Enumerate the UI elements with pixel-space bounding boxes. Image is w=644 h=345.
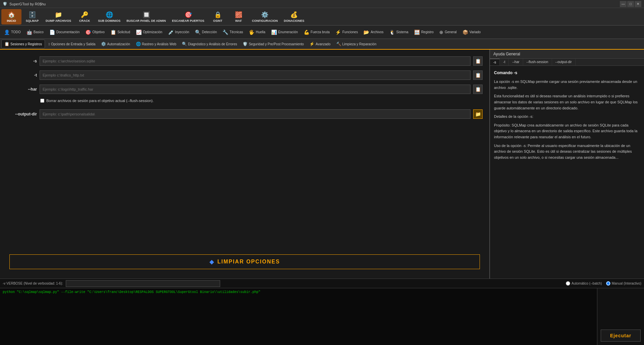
nav-dump-archivos[interactable]: 📁 DUMP ARCHIVOS: [43, 9, 74, 24]
flush-session-checkbox[interactable]: [40, 99, 44, 103]
radio-auto[interactable]: Automático (--batch): [566, 281, 602, 286]
terminal-area: python "C:\sqlmap\sqlmap.py" --file-writ…: [0, 288, 644, 345]
tab-general[interactable]: ⊕ General: [437, 27, 459, 38]
tab-registro[interactable]: 🪟 Registro: [411, 27, 436, 38]
close-button[interactable]: ✕: [635, 1, 641, 7]
nav-inicio[interactable]: 🏠 INICIO: [1, 9, 21, 24]
nav-escanear-puertos[interactable]: 🎯 ESCANEAR PUERTOS: [169, 9, 207, 24]
io-icon: ↕️: [48, 42, 50, 46]
tab-documentacion[interactable]: 📄 Documentación: [47, 27, 82, 38]
tab-optimizacion[interactable]: 📈 Optimización: [133, 27, 165, 38]
tab-deteccion[interactable]: 🔍 Detección: [192, 27, 219, 38]
help-para-4: Propósito: SQLMap crea automáticamente u…: [494, 122, 640, 140]
subtab-automatizacion[interactable]: ⚙️ Automatización: [98, 40, 133, 48]
subtab-entrada-salida[interactable]: ↕️ Opciones de Entrada y Salida: [45, 40, 98, 48]
nav-configuracion[interactable]: ⚙️ CONFIGURACION: [249, 9, 281, 24]
tab-huella[interactable]: 🖐️ Huella: [246, 27, 268, 38]
s-copy-btn[interactable]: 📋: [473, 56, 483, 66]
subtab-auto-label: Automatización: [107, 42, 130, 46]
tab-todo[interactable]: 👤 TODO: [1, 27, 23, 38]
s-input[interactable]: [40, 56, 470, 66]
help-tab-t[interactable]: -t: [500, 59, 509, 65]
tab-tecnicas[interactable]: 🔧 Técnicas: [220, 27, 246, 38]
help-panel: Ayuda General -s -t --har --flush-sessio…: [490, 50, 644, 279]
tab-basico-label: Basico: [34, 30, 44, 34]
tab-variado[interactable]: 📦 Variado: [460, 27, 484, 38]
title-bar-left: 🛡️ SuperGTool by R0$hu: [3, 2, 46, 6]
tab-detect-label: Detección: [202, 30, 217, 34]
tab-basico[interactable]: 🤖 Basico: [24, 27, 46, 38]
tab-archivos[interactable]: 📂 Archivos: [361, 27, 386, 38]
help-tab-har[interactable]: --har: [509, 59, 523, 65]
basico-icon: 🤖: [27, 30, 32, 35]
nav-osint[interactable]: 🔒 OSINT: [208, 9, 228, 24]
subtab-sec-label: Seguridad y Pre/Post Procesamiento: [249, 42, 304, 46]
nav-sub-dominios[interactable]: 🌐 SUB DOMINIOS: [95, 9, 123, 24]
waf-icon: 🧱: [235, 11, 242, 18]
radio-manual-input[interactable]: [606, 281, 610, 286]
nav-dump-label: DUMP ARCHIVOS: [46, 19, 71, 22]
help-tab-output[interactable]: --output-dir: [552, 59, 576, 65]
radio-group: Automático (--batch) Manual (Interactivo…: [566, 281, 641, 286]
output-dir-btn[interactable]: 📁: [473, 109, 483, 119]
help-tab-s[interactable]: -s: [490, 59, 500, 65]
nav-donate-label: DONACIONES: [284, 19, 304, 22]
radio-auto-input[interactable]: [566, 281, 570, 286]
nav-buscar-panel[interactable]: 🔲 BUSCAR PANEL DE ADMIN: [124, 9, 168, 24]
help-heading: Comando -s: [494, 70, 640, 76]
execute-panel: Ejecutar: [597, 288, 644, 345]
sub-tabs: 📋 Sesiones y Registros ↕️ Opciones de En…: [0, 39, 644, 50]
tab-funciones[interactable]: ⚡ Funciones: [333, 27, 360, 38]
diag-icon: 🔍: [182, 42, 187, 46]
help-tab-flush[interactable]: --flush-session: [523, 59, 552, 65]
tab-variado-label: Variado: [469, 30, 481, 34]
tab-sistema[interactable]: 🐧 Sistema: [387, 27, 411, 38]
subtab-limpieza[interactable]: 🔨 Limpieza y Reparación: [334, 40, 379, 48]
app-title: SuperGTool by R0$hu: [9, 2, 46, 6]
tab-optim-label: Optimización: [143, 30, 162, 34]
output-dir-label: --output-dir: [7, 112, 37, 116]
tab-fuerza-bruta[interactable]: 💪 Fuerza bruta: [301, 27, 333, 38]
har-input[interactable]: [40, 85, 470, 94]
execute-button[interactable]: Ejecutar: [601, 330, 641, 342]
verbose-input[interactable]: [66, 280, 220, 287]
subtab-rastreo[interactable]: 🌐 Rastreo y Análisis Web: [133, 40, 179, 48]
func-icon: ⚡: [335, 30, 341, 35]
subtab-avanzado[interactable]: ⚡ Avanzado: [307, 40, 333, 48]
output-dir-row: --output-dir 📁: [7, 109, 483, 119]
clear-label: LIMPIAR OPCIONES: [217, 259, 280, 265]
tab-archivos-label: Archivos: [370, 30, 383, 34]
home-icon: 🏠: [8, 11, 15, 18]
nav-crack[interactable]: 🔑 CRACK: [75, 9, 95, 24]
subdomain-icon: 🌐: [106, 11, 113, 18]
t-input[interactable]: [40, 70, 470, 80]
nav-waf[interactable]: 🧱 WAF: [229, 9, 249, 24]
har-copy-btn[interactable]: 📋: [473, 85, 483, 94]
subtab-seguridad[interactable]: 🛡️ Seguridad y Pre/Post Procesamiento: [240, 40, 306, 48]
app-icon: 🛡️: [3, 2, 7, 6]
adv-icon: ⚡: [309, 42, 314, 46]
subtab-sesiones[interactable]: 📋 Sesiones y Registros: [1, 40, 45, 48]
registro-icon: 🪟: [414, 30, 420, 35]
radio-manual[interactable]: Manual (Interactivo): [606, 281, 641, 286]
nav-donaciones[interactable]: 💰 DONACIONES: [281, 9, 307, 24]
t-copy-btn[interactable]: 📋: [473, 70, 483, 80]
maximize-button[interactable]: □: [627, 1, 634, 7]
title-bar: 🛡️ SuperGTool by R0$hu — □ ✕: [0, 0, 644, 8]
tab-inyeccion[interactable]: 💉 Inyección: [165, 27, 192, 38]
tab-objetivo[interactable]: 🎯 Objetivo: [83, 27, 107, 38]
tab-solicitud[interactable]: 📋 Solicitud: [108, 27, 133, 38]
t-label: -t: [7, 73, 37, 78]
subtab-diagnostico[interactable]: 🔍 Diagnóstico y Análisis de Errores: [179, 40, 240, 48]
tab-solicitud-label: Solicitud: [117, 30, 130, 34]
tab-objetivo-label: Objetivo: [92, 30, 105, 34]
minimize-button[interactable]: —: [620, 1, 627, 7]
tab-enumeracion[interactable]: 📊 Enumeración: [268, 27, 301, 38]
nav-sqlmap[interactable]: 🗄️ SQLMAP: [22, 9, 42, 24]
clear-btn[interactable]: ◆ LIMPIAR OPCIONES: [9, 254, 480, 269]
general-icon: ⊕: [439, 30, 443, 35]
flush-session-label: Borrar archivos de sesión para el objeti…: [46, 99, 154, 103]
archivos-icon: 📂: [363, 30, 369, 35]
output-dir-input[interactable]: [40, 109, 470, 119]
tab-docs-label: Documentación: [56, 30, 80, 34]
